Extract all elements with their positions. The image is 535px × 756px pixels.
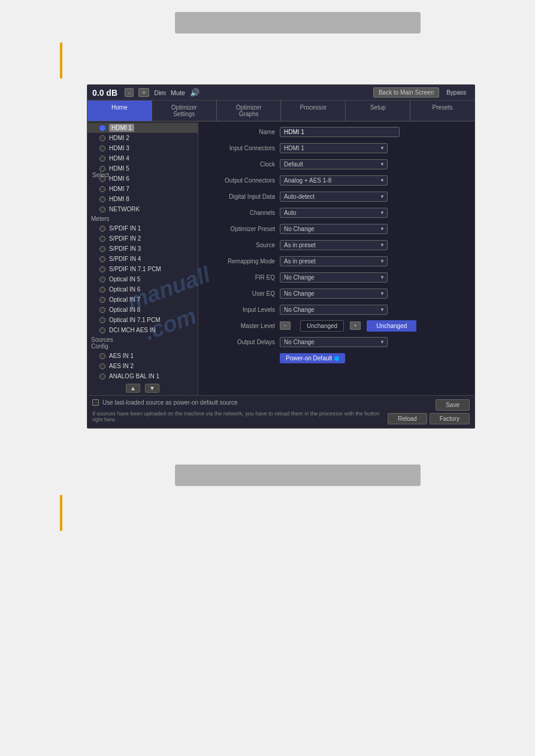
nav-tabs: Home OptimizerSettings OptimizerGraphs P…	[87, 101, 474, 122]
tab-optimizer-graphs[interactable]: OptimizerGraphs	[217, 101, 282, 121]
optimizer-preset-dropdown-arrow-icon: ▼	[380, 226, 385, 232]
optimizer-preset-label: Optimizer Preset	[202, 226, 280, 232]
clock-dropdown-arrow-icon: ▼	[380, 162, 385, 167]
power-on-default-button[interactable]: Power-on Default	[280, 353, 345, 363]
reload-button[interactable]: Reload	[388, 413, 427, 424]
source-item-hdmi2[interactable]: HDMI 2	[87, 133, 198, 143]
clock-dropdown[interactable]: Default ▼	[280, 159, 388, 169]
radio-optical6	[99, 287, 105, 293]
source-name-hdmi4: HDMI 4	[109, 155, 129, 162]
fir-eq-dropdown-arrow-icon: ▼	[380, 275, 385, 280]
digital-input-label: Digital Input Data	[202, 193, 280, 200]
source-name-hdmi3: HDMI 3	[109, 145, 129, 151]
tab-setup[interactable]: Setup	[346, 101, 410, 121]
digital-input-dropdown[interactable]: Auto-detect ▼	[280, 192, 388, 202]
radio-optical71	[99, 317, 105, 323]
remapping-mode-label: Remapping Mode	[202, 258, 280, 265]
source-item-spdif1[interactable]: S/PDIF IN 1	[87, 223, 198, 233]
master-level-controls: − Unchanged + Unchanged	[280, 320, 471, 332]
source-item-hdmi4[interactable]: HDMI 4	[87, 153, 198, 163]
name-input[interactable]	[280, 127, 400, 137]
radio-spdif71	[99, 266, 105, 272]
source-item-optical71[interactable]: Optical IN 7.1 PCM	[87, 315, 198, 325]
input-levels-dropdown[interactable]: No Change ▼	[280, 305, 388, 315]
source-item-analog-bal1[interactable]: ANALOG BAL IN 1	[87, 371, 198, 381]
bypass-button[interactable]: Bypass	[443, 87, 470, 98]
volume-up-button[interactable]: +	[138, 88, 149, 97]
source-item-optical6[interactable]: Optical IN 6	[87, 284, 198, 294]
channels-value: Auto ▼	[280, 208, 471, 218]
level-up-button[interactable]: +	[350, 321, 361, 330]
source-name-aes2: AES IN 2	[109, 363, 134, 369]
digital-input-dropdown-arrow-icon: ▼	[380, 194, 385, 199]
factory-button[interactable]: Factory	[430, 413, 470, 424]
source-dropdown[interactable]: As in preset ▼	[280, 240, 388, 250]
source-item-aes2[interactable]: AES IN 2	[87, 361, 198, 371]
source-item-dci[interactable]: DCI MCH AES IN	[87, 325, 198, 335]
tab-processor[interactable]: Processor	[281, 101, 346, 121]
radio-hdmi3	[99, 145, 105, 151]
source-item-network[interactable]: NETWORK	[87, 204, 198, 214]
optimizer-preset-dropdown[interactable]: No Change ▼	[280, 224, 388, 234]
radio-aes2	[99, 363, 105, 369]
source-item-hdmi7[interactable]: HDMI 7	[87, 184, 198, 194]
source-name-spdif71: S/PDIF IN 7.1 PCM	[109, 266, 161, 272]
master-level-display: Unchanged	[300, 320, 344, 332]
source-name-dci: DCI MCH AES IN	[109, 327, 156, 333]
source-item-aes1[interactable]: AES IN 1	[87, 351, 198, 361]
gray-bar-top	[175, 12, 421, 34]
source-item-hdmi8[interactable]: HDMI 8	[87, 194, 198, 204]
source-name-hdmi8: HDMI 8	[109, 196, 129, 202]
bottom-buttons: Save Reload Factory	[388, 399, 470, 424]
level-down-button[interactable]: −	[280, 321, 291, 330]
unchanged-button[interactable]: Unchanged	[367, 320, 416, 332]
scroll-up-button[interactable]: ▲	[126, 384, 140, 393]
source-item-spdif3[interactable]: S/PDIF IN 3	[87, 244, 198, 254]
user-eq-dropdown[interactable]: No Change ▼	[280, 289, 388, 299]
ui-panel: 0.0 dB - + Dim Mute 🔊 Back to Main Scree…	[87, 84, 475, 429]
user-eq-label: User EQ	[202, 290, 280, 297]
output-connectors-dropdown[interactable]: Analog + AES 1-8 ▼	[280, 175, 388, 186]
remapping-mode-dropdown[interactable]: As in preset ▼	[280, 256, 388, 266]
user-eq-dropdown-arrow-icon: ▼	[380, 291, 385, 296]
bottom-section: Use last-loaded source as power-on defau…	[87, 395, 474, 428]
select-label: Select	[89, 169, 113, 181]
source-name-spdif3: S/PDIF IN 3	[109, 245, 141, 252]
source-item-spdif2[interactable]: S/PDIF IN 2	[87, 233, 198, 244]
source-item-hdmi3[interactable]: HDMI 3	[87, 143, 198, 153]
tab-optimizer-settings[interactable]: OptimizerSettings	[152, 101, 217, 121]
source-item-spdif71[interactable]: S/PDIF IN 7.1 PCM	[87, 264, 198, 274]
tab-home[interactable]: Home	[87, 101, 152, 121]
tab-presets[interactable]: Presets	[410, 101, 474, 121]
source-name-optical6: Optical IN 6	[109, 286, 140, 293]
radio-spdif4	[99, 256, 105, 262]
power-on-checkbox[interactable]	[92, 399, 99, 406]
clock-label: Clock	[202, 161, 280, 168]
source-item-optical7[interactable]: Optical IN 7	[87, 294, 198, 305]
radio-dci	[99, 327, 105, 333]
top-bar: 0.0 dB - + Dim Mute 🔊 Back to Main Scree…	[87, 85, 474, 101]
master-level-label: Master Level	[202, 323, 280, 329]
remapping-mode-row: Remapping Mode As in preset ▼	[202, 254, 471, 268]
save-button[interactable]: Save	[436, 399, 470, 411]
source-item-optical5[interactable]: Optical IN 5	[87, 274, 198, 284]
volume-down-button[interactable]: -	[125, 88, 134, 97]
output-delays-dropdown[interactable]: No Change ▼	[280, 337, 388, 347]
fir-eq-dropdown[interactable]: No Change ▼	[280, 272, 388, 283]
input-connectors-dropdown[interactable]: HDMI 1 ▼	[280, 143, 388, 153]
source-item-optical8[interactable]: Optical IN 8	[87, 305, 198, 315]
channels-dropdown-arrow-icon: ▼	[380, 210, 385, 215]
source-name-analog-bal1: ANALOG BAL IN 1	[109, 373, 159, 379]
fir-eq-value: No Change ▼	[280, 272, 471, 283]
channels-dropdown[interactable]: Auto ▼	[280, 208, 388, 218]
back-to-main-button[interactable]: Back to Main Screen	[373, 87, 439, 98]
radio-analog-bal1	[99, 374, 105, 379]
digital-input-row: Digital Input Data Auto-detect ▼	[202, 190, 471, 203]
source-item-hdmi1[interactable]: HDMI 1	[87, 123, 198, 133]
output-delays-row: Output Delays No Change ▼	[202, 335, 471, 348]
input-connectors-row: Input Connectors HDMI 1 ▼	[202, 141, 471, 154]
scroll-down-button[interactable]: ▼	[145, 384, 159, 393]
yellow-bar-bottom	[60, 495, 62, 531]
output-connectors-value: Analog + AES 1-8 ▼	[280, 175, 471, 186]
source-item-spdif4[interactable]: S/PDIF IN 4	[87, 254, 198, 264]
